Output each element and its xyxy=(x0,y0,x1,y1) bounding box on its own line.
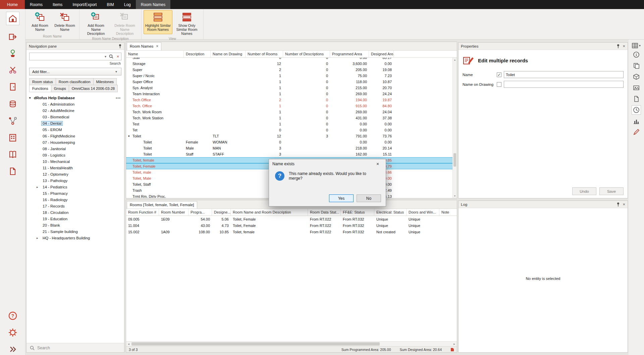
name-on-drawing-input[interactable] xyxy=(504,81,624,88)
door-icon[interactable] xyxy=(6,80,19,94)
tree-item[interactable]: 16 - Radiology xyxy=(26,196,124,203)
model-icon[interactable] xyxy=(632,72,641,81)
dialog-close-icon[interactable]: × xyxy=(373,161,382,167)
nav-tab[interactable]: Room status xyxy=(29,78,56,85)
top-menu-item[interactable]: Rooms xyxy=(25,0,48,9)
nav-tab[interactable]: Milestones xyxy=(93,78,117,85)
tree-item[interactable]: 09 - Logistics xyxy=(26,152,124,158)
column-header[interactable]: Name on Drawing xyxy=(211,51,246,57)
attachments-icon[interactable] xyxy=(632,94,641,104)
room-name-row[interactable]: Tech Office 2 0 194.00 19.87 xyxy=(126,97,452,103)
tree-item[interactable]: 21 - Sample building xyxy=(26,228,124,235)
delete-room-name-button[interactable]: Delete Room Name xyxy=(52,10,77,34)
tree-item[interactable]: 13 - Pathology xyxy=(26,177,124,184)
top-menu-item[interactable]: Room Names xyxy=(136,0,170,9)
add-room-name-description-button[interactable]: Add Room Name Description xyxy=(82,10,110,37)
tree-item[interactable]: 10 - Mechanical xyxy=(26,158,124,165)
edit-icon[interactable] xyxy=(632,127,641,137)
tree-item[interactable]: 05 - EROM xyxy=(26,126,124,133)
tree-item[interactable]: 02 - AdultMedicine xyxy=(26,107,124,114)
tree-root[interactable]: ▾ dRofus Help Database ••• xyxy=(26,95,124,101)
room-name-row[interactable]: Stall 0 0 0.00 83.17 xyxy=(126,58,452,61)
dialog-titlebar[interactable]: Name exists × xyxy=(269,159,386,169)
expand-sidebar-icon[interactable] xyxy=(6,343,19,355)
column-header[interactable]: Number of Rooms xyxy=(246,51,283,57)
layout-caret-icon[interactable]: ▾ xyxy=(639,44,641,47)
tree-item[interactable]: ▸ 14 - Pediatrics xyxy=(26,184,124,190)
tree-item[interactable]: 11 - MentalHealth xyxy=(26,165,124,171)
name-input[interactable]: Toilet xyxy=(504,71,624,78)
tree-item[interactable]: 03 - Biomedical xyxy=(26,114,124,120)
column-header[interactable]: Number of Descriptions xyxy=(283,51,330,57)
tree-item-expander-icon[interactable]: ▸ xyxy=(37,185,41,189)
tree-item[interactable]: 15 - Pharmacy xyxy=(26,190,124,196)
rooms-tab[interactable]: Rooms [Toilet, female, Toilet, Female] xyxy=(127,201,197,209)
pin-icon[interactable] xyxy=(616,202,620,206)
room-name-row[interactable]: Tet 0 0 0.00 0.00 xyxy=(126,127,452,133)
room-name-row[interactable]: ▾Toilet TLT 12 3 791.00 73.76 xyxy=(126,133,452,139)
tree-expander-icon[interactable]: ▾ xyxy=(29,96,34,100)
table-layout-icon[interactable] xyxy=(632,43,638,48)
horizontal-scrollbar[interactable]: ◂ ▸ xyxy=(126,341,457,346)
tree-item-expander-icon[interactable]: ▸ xyxy=(37,236,41,240)
room-name-row[interactable]: Team Interaction 1 0 269.00 24.24 xyxy=(126,91,452,97)
column-header[interactable]: FF&E: Status xyxy=(341,209,374,216)
pin-icon[interactable] xyxy=(118,44,122,48)
column-header[interactable]: Programmed Area xyxy=(330,51,369,57)
show-only-similar-room-names-button[interactable]: Show Only Similar Room Names xyxy=(172,10,201,37)
room-row[interactable]: 15.002 1A09 108.00 10.85 Toilet, female … xyxy=(126,229,457,235)
column-header[interactable]: Progra... xyxy=(189,209,212,216)
room-name-row[interactable]: Toilet Female WOMAN 0 0.00 0.00 xyxy=(126,139,452,145)
add-filter-dropdown[interactable]: Add filter... ▾ xyxy=(29,68,121,75)
save-button[interactable]: Save xyxy=(599,187,624,195)
top-menu-item[interactable]: Items xyxy=(48,0,67,9)
info-icon[interactable] xyxy=(632,50,641,59)
nav-search-input[interactable] xyxy=(30,53,103,60)
delete-room-name-description-button[interactable]: Delete Room Name Description xyxy=(110,10,139,37)
help-icon[interactable]: ? xyxy=(6,309,19,322)
nav-tab[interactable]: OmniClass 14 2006-03-28 xyxy=(69,85,118,92)
top-menu-item[interactable]: Home xyxy=(0,0,25,9)
pin-icon[interactable] xyxy=(616,44,620,48)
scrollbar-thumb[interactable] xyxy=(453,153,456,167)
scroll-left-icon[interactable]: ◂ xyxy=(126,342,131,346)
report-icon[interactable] xyxy=(450,348,454,352)
room-name-row[interactable]: Super Office 1 0 118.00 10.87 xyxy=(126,79,452,85)
column-header[interactable]: Room Number xyxy=(159,209,189,216)
column-header[interactable]: Electrical: Status xyxy=(374,209,407,216)
yes-button[interactable]: Yes xyxy=(329,194,354,202)
close-panel-icon[interactable]: × xyxy=(623,202,625,207)
search-link[interactable]: Search xyxy=(30,61,121,65)
undo-button[interactable]: Undo xyxy=(572,187,596,195)
room-name-row[interactable]: Super 2 0 205.00 19.08 xyxy=(126,67,452,73)
column-header[interactable]: Room Name and Room Description xyxy=(231,209,308,216)
room-name-row[interactable]: Toilet Male MAN 3 218.00 20.14 xyxy=(126,145,452,151)
tree-item[interactable]: 07 - Housekeeping xyxy=(26,139,124,145)
scroll-up-icon[interactable]: ▴ xyxy=(453,58,457,62)
name-on-drawing-checkbox[interactable] xyxy=(497,82,501,87)
column-header[interactable]: Doors and Win... xyxy=(407,209,439,216)
clear-search-icon[interactable]: × xyxy=(115,54,121,59)
close-tab-icon[interactable]: × xyxy=(156,44,158,49)
column-header[interactable]: Description xyxy=(184,51,211,57)
tree-item[interactable]: 17 - Records xyxy=(26,203,124,209)
image-icon[interactable] xyxy=(632,83,641,93)
column-header[interactable]: Note xyxy=(439,209,457,216)
room-row[interactable]: 09.005 1E09 54.00 5.06 Toilet, Female Fr… xyxy=(126,216,457,222)
finance-icon[interactable] xyxy=(6,98,19,111)
nav-tab[interactable]: Functions xyxy=(29,85,51,92)
room-name-row[interactable]: Super / Ncoic 1 0 75.00 7.23 xyxy=(126,73,452,79)
top-menu-item[interactable]: Log xyxy=(119,0,136,9)
vertical-scrollbar[interactable]: ▴ ▾ xyxy=(452,58,457,198)
items-icon[interactable] xyxy=(6,47,19,60)
search-dropdown-icon[interactable]: ▾ xyxy=(103,55,108,58)
room-name-row[interactable]: Test 1 0 0.00 0.00 xyxy=(126,121,452,127)
tree-item[interactable]: ▸ HQ - Headquarters Building xyxy=(26,235,124,241)
name-checkbox[interactable]: ✓ xyxy=(497,72,501,77)
add-room-name-button[interactable]: Add Room Name xyxy=(28,10,52,34)
room-name-row[interactable]: Tech. Work Room 1 0 269.00 24.04 xyxy=(126,109,452,115)
column-header[interactable]: Room Function # xyxy=(126,209,159,216)
tree-filter-placeholder[interactable]: Search xyxy=(37,346,50,350)
column-header[interactable]: Name xyxy=(126,51,184,57)
rooms-icon[interactable] xyxy=(6,12,19,25)
